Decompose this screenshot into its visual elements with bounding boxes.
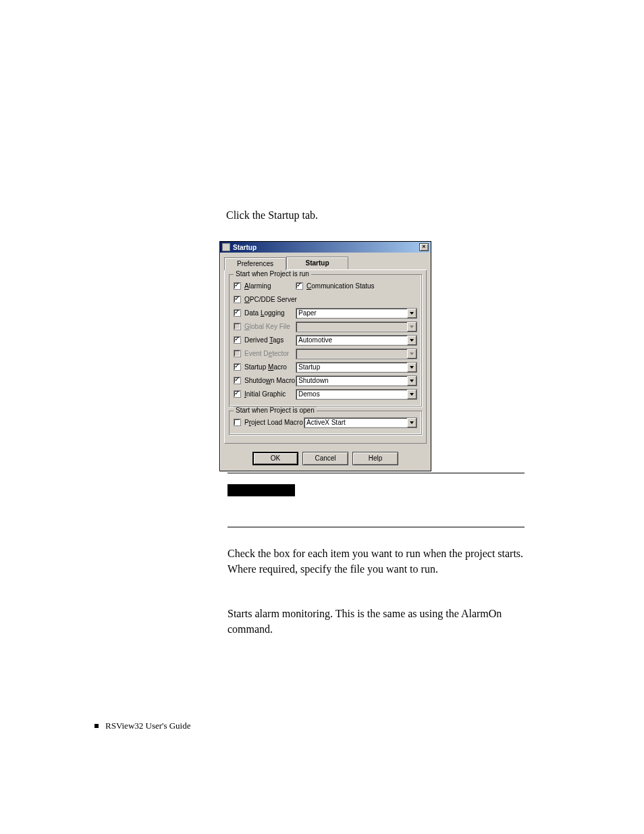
comm-status-label: Communication Status — [306, 282, 375, 290]
initial-graphic-combo[interactable]: Demos — [296, 389, 417, 400]
group-run-title: Start when Project is run — [234, 270, 311, 278]
redacted-heading — [227, 484, 295, 496]
chevron-down-icon[interactable] — [407, 363, 417, 372]
group-start-when-open: Start when Project is open Project Load … — [229, 411, 422, 435]
dialog-button-row: OK Cancel Help — [220, 448, 431, 471]
startup-macro-combo[interactable]: Startup — [296, 362, 417, 373]
page-footer: RSView32 User's Guide — [95, 721, 191, 731]
body-paragraph-1: Check the box for each item you want to … — [227, 546, 525, 577]
data-logging-label: Data Logging — [244, 309, 296, 317]
tab-preferences[interactable]: Preferences — [224, 257, 286, 270]
tab-startup[interactable]: Startup — [286, 257, 348, 269]
body-paragraph-2: Starts alarm monitoring. This is the sam… — [227, 606, 525, 637]
project-load-macro-checkbox[interactable] — [234, 419, 241, 426]
initial-graphic-label: Initial Graphic — [244, 390, 296, 398]
startup-dialog: Startup × Preferences Startup Start when… — [219, 241, 431, 471]
cancel-button[interactable]: Cancel — [302, 452, 348, 465]
shutdown-macro-checkbox[interactable] — [234, 377, 241, 384]
chevron-down-icon — [407, 349, 417, 359]
derived-tags-combo[interactable]: Automotive — [296, 335, 417, 346]
chevron-down-icon[interactable] — [407, 309, 417, 318]
chevron-down-icon — [407, 322, 417, 332]
chevron-down-icon[interactable] — [407, 418, 417, 427]
event-detector-combo — [296, 348, 417, 359]
ok-button[interactable]: OK — [252, 452, 298, 465]
group-open-title: Start when Project is open — [234, 407, 317, 414]
group-start-when-run: Start when Project is run Alarming Commu… — [229, 274, 422, 407]
global-key-label: Global Key File — [244, 323, 296, 330]
dialog-title: Startup — [233, 244, 419, 251]
global-key-checkbox — [234, 323, 241, 330]
initial-graphic-checkbox[interactable] — [234, 390, 241, 398]
shutdown-macro-label: Shutdown Macro — [244, 377, 296, 384]
shutdown-macro-combo[interactable]: Shutdown — [296, 375, 417, 386]
derived-tags-label: Derived Tags — [244, 336, 296, 344]
project-load-macro-combo[interactable]: ActiveX Start — [304, 417, 417, 428]
chevron-down-icon[interactable] — [407, 376, 417, 386]
bullet-icon — [95, 724, 99, 728]
opc-dde-checkbox[interactable] — [234, 296, 241, 303]
tab-strip: Preferences Startup — [224, 257, 427, 270]
event-detector-label: Event Detector — [244, 350, 296, 357]
horizontal-rule — [227, 527, 525, 527]
instruction-text: Click the Startup tab. — [226, 209, 530, 221]
data-logging-checkbox[interactable] — [234, 309, 241, 317]
comm-status-checkbox[interactable] — [296, 282, 303, 290]
data-logging-combo[interactable]: Paper — [296, 308, 417, 319]
startup-macro-checkbox[interactable] — [234, 363, 241, 371]
chevron-down-icon[interactable] — [407, 336, 417, 345]
startup-macro-label: Startup Macro — [244, 363, 296, 371]
help-button[interactable]: Help — [352, 452, 398, 465]
derived-tags-checkbox[interactable] — [234, 336, 241, 344]
close-button[interactable]: × — [419, 243, 429, 251]
chevron-down-icon[interactable] — [407, 390, 417, 399]
system-menu-icon[interactable] — [222, 243, 230, 251]
opc-dde-label: OPC/DDE Server — [244, 296, 297, 303]
project-load-macro-label: Project Load Macro — [244, 419, 304, 426]
event-detector-checkbox — [234, 350, 241, 357]
footer-text: RSView32 User's Guide — [105, 721, 191, 731]
global-key-combo — [296, 321, 417, 332]
alarming-label: Alarming — [244, 282, 296, 290]
horizontal-rule — [227, 473, 525, 473]
titlebar[interactable]: Startup × — [220, 242, 431, 253]
alarming-checkbox[interactable] — [234, 282, 241, 290]
tab-panel: Start when Project is run Alarming Commu… — [224, 270, 427, 444]
